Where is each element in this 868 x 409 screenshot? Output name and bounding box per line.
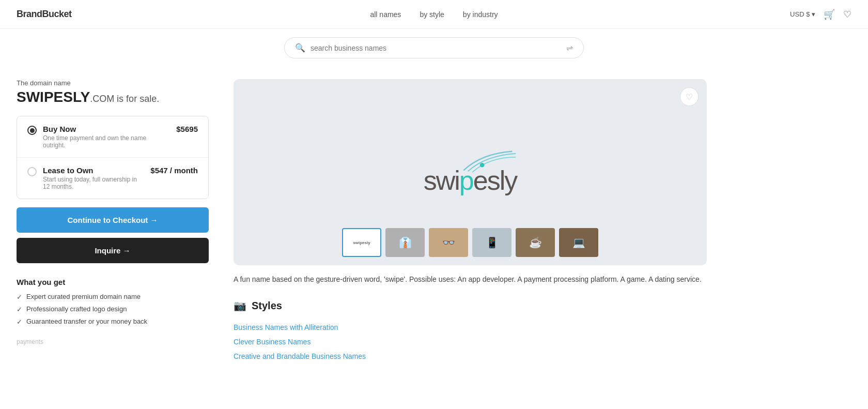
checkout-button[interactable]: Continue to Checkout → [17,207,209,233]
benefit-3-text: Guaranteed transfer or your money back [26,317,147,325]
what-you-get-section: What you get ✓ Expert curated premium do… [17,278,209,326]
lease-to-own-price: $547 / month [150,166,198,175]
buy-now-desc: One time payment and own the name outrig… [43,134,170,149]
main-content: The domain name SWIPESLY.COM is for sale… [0,67,723,376]
benefit-2: ✓ Professionally crafted logo design [17,305,209,313]
domain-tld: .COM is for sale. [90,94,159,104]
currency-selector[interactable]: USD $ ▾ [790,10,815,18]
what-you-get-title: What you get [17,278,209,286]
radio-inner [30,128,35,133]
showcase-wishlist-button[interactable]: ♡ [680,87,699,106]
logo-showcase: ♡ swipesly swipesly [234,79,707,265]
lease-to-own-option[interactable]: Lease to Own Start using today, full own… [17,157,208,199]
domain-name: SWIPESLY [17,89,90,105]
domain-label: The domain name [17,79,209,87]
check-icon-3: ✓ [17,318,22,326]
domain-title: SWIPESLY.COM is for sale. [17,89,209,105]
thumbnail-2[interactable]: 👓 [429,228,468,257]
styles-section: 📷 Styles Business Names with Alliteratio… [234,299,707,363]
style-item-2[interactable]: Creative and Brandable Business Names [234,349,707,363]
buy-now-title: Buy Now [43,125,170,133]
lease-to-own-title: Lease to Own [43,166,144,175]
payments-note: payments [17,338,209,345]
thumbnail-3[interactable]: 📱 [472,228,512,257]
thumbnail-4-icon: ☕ [529,236,542,249]
thumbnail-1[interactable]: 👔 [385,228,425,257]
lease-to-own-desc: Start using today, full ownership in 12 … [43,176,144,190]
benefit-1: ✓ Expert curated premium domain name [17,293,209,301]
brand-description: A fun name based on the gesture-driven w… [234,274,707,285]
inquire-button[interactable]: Inquire → [17,238,209,263]
buy-now-option[interactable]: Buy Now One time payment and own the nam… [17,116,208,157]
nav-by-industry[interactable]: by industry [463,10,498,19]
main-nav: all names by style by industry [370,10,498,19]
brand-dot-p: p [459,165,473,195]
showcase-heart-icon: ♡ [686,92,693,102]
thumbnail-gallery: swipesly 👔 👓 📱 ☕ 💻 [342,228,598,257]
styles-list: Business Names with Alliteration Clever … [234,320,707,363]
site-header: BrandBucket all names by style by indust… [0,0,868,29]
styles-title: Styles [252,300,282,312]
camera-icon: 📷 [234,299,246,312]
thumbnail-4[interactable]: ☕ [516,228,555,257]
purchase-options: Buy Now One time payment and own the nam… [17,116,209,199]
nav-all-names[interactable]: all names [370,10,401,19]
brand-logo-display: swipesly [424,148,517,196]
benefit-1-text: Expert curated premium domain name [26,293,141,300]
cart-button[interactable]: 🛒 [824,9,835,20]
search-icon: 🔍 [295,43,305,53]
search-container: 🔍 ⇌ [0,29,868,67]
lease-to-own-radio[interactable] [27,167,37,176]
site-logo[interactable]: BrandBucket [17,9,72,20]
lease-to-own-details: Lease to Own Start using today, full own… [43,166,144,190]
search-input[interactable] [311,44,561,52]
thumbnail-1-icon: 👔 [399,236,412,249]
search-bar: 🔍 ⇌ [284,37,584,58]
header-right: USD $ ▾ 🛒 ♡ [790,9,851,20]
thumbnail-2-icon: 👓 [442,236,455,249]
left-panel: The domain name SWIPESLY.COM is for sale… [17,79,234,363]
wishlist-button[interactable]: ♡ [843,9,851,20]
thumbnail-5-icon: 💻 [572,236,585,249]
thumbnail-5[interactable]: 💻 [559,228,598,257]
buy-now-details: Buy Now One time payment and own the nam… [43,125,170,149]
check-icon-1: ✓ [17,293,22,301]
buy-now-radio[interactable] [27,126,37,135]
thumbnail-0[interactable]: swipesly [342,228,381,257]
nav-by-style[interactable]: by style [420,10,444,19]
style-item-1[interactable]: Clever Business Names [234,335,707,349]
cart-icon: 🛒 [824,9,835,20]
style-item-0[interactable]: Business Names with Alliteration [234,320,707,335]
buy-now-price: $5695 [176,125,198,133]
check-icon-2: ✓ [17,306,22,313]
brand-name-text: swipesly [424,165,517,196]
right-panel: ♡ swipesly swipesly [234,79,707,363]
thumbnail-0-label: swipesly [353,240,370,245]
thumbnail-3-icon: 📱 [486,236,499,249]
benefit-2-text: Professionally crafted logo design [26,305,127,313]
benefit-3: ✓ Guaranteed transfer or your money back [17,317,209,326]
styles-heading: 📷 Styles [234,299,707,312]
filter-icon[interactable]: ⇌ [566,43,573,53]
heart-icon: ♡ [843,9,851,20]
